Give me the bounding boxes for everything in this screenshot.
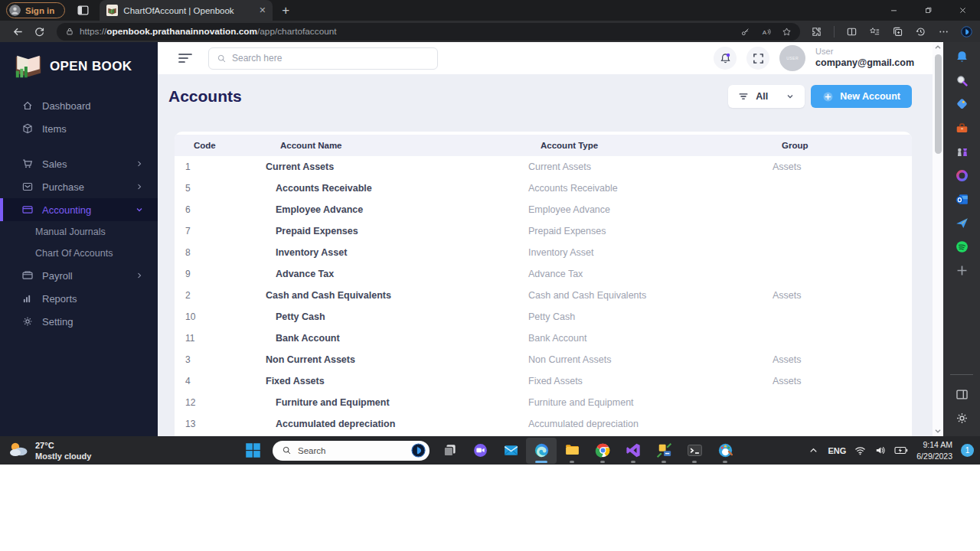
split-screen-icon[interactable] bbox=[846, 26, 858, 37]
app-logo[interactable]: OPEN BOOK bbox=[0, 42, 158, 94]
volume-icon[interactable] bbox=[874, 445, 886, 456]
scrollbar-thumb[interactable] bbox=[935, 54, 942, 154]
edge-sidebar-tag-button[interactable] bbox=[943, 93, 980, 116]
close-button[interactable] bbox=[946, 0, 980, 21]
sidebar-item-sales[interactable]: Sales bbox=[0, 152, 158, 175]
table-row[interactable]: 4Fixed AssetsFixed AssetsAssets bbox=[175, 370, 912, 392]
sidebar-item-items[interactable]: Items bbox=[0, 117, 158, 140]
tray-overflow-icon[interactable] bbox=[808, 445, 819, 456]
taskbar-search[interactable]: Search bbox=[273, 441, 430, 461]
favorite-icon[interactable] bbox=[782, 27, 792, 37]
sidebar-subitem-manual-journals[interactable]: Manual Journals bbox=[0, 221, 158, 243]
edge-sidebar bbox=[943, 42, 980, 436]
edge-sidebar-gear-gray-button[interactable] bbox=[943, 406, 980, 430]
sidebar-item-payroll[interactable]: Payroll bbox=[0, 264, 158, 287]
more-menu-icon[interactable] bbox=[938, 26, 949, 37]
taskbar-weather-widget[interactable]: 27°C Mostly cloudy bbox=[8, 440, 91, 460]
tray-time: 9:14 AM bbox=[916, 439, 952, 450]
table-row[interactable]: 1Current AssetsCurrent AssetsAssets bbox=[175, 156, 912, 178]
browser-tab[interactable]: ChartOfAccount | Openbook ✕ bbox=[100, 0, 273, 21]
favorites-icon[interactable] bbox=[869, 26, 880, 37]
table-row[interactable]: 5Accounts ReceivableAccounts Receivable bbox=[175, 178, 912, 199]
taskbar-edge-button[interactable] bbox=[526, 438, 557, 464]
table-row[interactable]: 7Prepaid ExpensesPrepaid Expenses bbox=[175, 220, 912, 242]
cell-account-name: Inventory Asset bbox=[259, 247, 523, 258]
scroll-down-icon[interactable] bbox=[933, 425, 943, 436]
weather-icon bbox=[8, 441, 29, 459]
app-search-box[interactable] bbox=[208, 47, 438, 70]
table-row[interactable]: 6Employee AdvanceEmployee Advance bbox=[175, 199, 912, 220]
filter-dropdown[interactable]: All bbox=[728, 85, 805, 108]
language-indicator[interactable]: ENG bbox=[828, 446, 846, 455]
battery-icon[interactable] bbox=[894, 445, 908, 456]
edge-sidebar-m365-button[interactable] bbox=[943, 164, 980, 187]
notification-count-badge[interactable]: 1 bbox=[961, 444, 974, 457]
sidebar-item-setting[interactable]: Setting bbox=[0, 310, 158, 333]
browser-signin-button[interactable]: Sign in bbox=[6, 2, 65, 18]
taskbar-file-explorer-button[interactable] bbox=[557, 438, 587, 464]
minimize-button[interactable] bbox=[877, 0, 911, 21]
restore-button[interactable] bbox=[911, 0, 946, 21]
sidebar-item-dashboard[interactable]: Dashboard bbox=[0, 94, 158, 117]
table-row[interactable]: 3Non Current AssetsNon Current AssetsAss… bbox=[175, 349, 912, 370]
app-sidebar: OPEN BOOK DashboardItemsSalesPurchaseAcc… bbox=[0, 42, 158, 436]
password-icon[interactable] bbox=[740, 27, 750, 37]
page-scrollbar[interactable] bbox=[933, 42, 943, 436]
edge-sidebar-spotify-button[interactable] bbox=[943, 235, 980, 259]
edge-sidebar-plane-button[interactable] bbox=[943, 211, 980, 235]
table-row[interactable]: 11Bank AccountBank Account bbox=[175, 328, 912, 349]
copilot-icon[interactable] bbox=[961, 26, 972, 37]
menu-toggle-icon[interactable] bbox=[178, 52, 193, 64]
start-button[interactable] bbox=[237, 438, 268, 464]
clock[interactable]: 9:14 AM 6/29/2023 bbox=[916, 439, 952, 461]
edge-sidebar-bell-button[interactable] bbox=[943, 45, 980, 69]
sidebar-subitem-chart-of-accounts[interactable]: Chart Of Accounts bbox=[0, 243, 158, 264]
taskbar-mail-button[interactable] bbox=[495, 438, 526, 464]
taskbar-visual-studio-button[interactable] bbox=[618, 438, 648, 464]
chat-icon bbox=[472, 442, 488, 458]
scroll-up-icon[interactable] bbox=[933, 42, 943, 53]
taskbar-chrome-button[interactable] bbox=[587, 438, 618, 464]
cell-account-name: Petty Cash bbox=[259, 311, 523, 322]
taskbar-task-view-button[interactable] bbox=[434, 438, 465, 464]
search-input[interactable] bbox=[232, 53, 430, 64]
sidebar-item-reports[interactable]: Reports bbox=[0, 287, 158, 310]
read-aloud-icon[interactable]: A bbox=[761, 27, 771, 37]
edge-sidebar-search-button[interactable] bbox=[943, 69, 980, 93]
wifi-icon[interactable] bbox=[854, 445, 866, 456]
taskbar-chat-button[interactable] bbox=[465, 438, 495, 464]
edge-sidebar-outlook-button[interactable] bbox=[943, 187, 980, 211]
table-row[interactable]: 2Cash and Cash EquivalentsCash and Cash … bbox=[175, 285, 912, 306]
extensions-icon[interactable] bbox=[811, 26, 822, 37]
workspaces-icon[interactable] bbox=[77, 4, 90, 17]
sidebar-item-purchase[interactable]: Purchase bbox=[0, 175, 158, 198]
user-avatar[interactable]: USER bbox=[779, 45, 805, 71]
edge-sidebar-plus-button[interactable] bbox=[943, 259, 980, 282]
new-account-button[interactable]: New Account bbox=[811, 85, 912, 108]
table-row[interactable]: 8Inventory AssetInventory Asset bbox=[175, 242, 912, 263]
notifications-button[interactable] bbox=[714, 47, 737, 70]
paint-icon bbox=[717, 442, 733, 458]
table-row[interactable]: 9Advance TaxAdvance Tax bbox=[175, 263, 912, 285]
edge-sidebar-panel-button[interactable] bbox=[943, 383, 980, 406]
mail-icon bbox=[503, 442, 519, 458]
new-tab-button[interactable]: + bbox=[282, 3, 289, 18]
collections-icon[interactable] bbox=[892, 26, 903, 37]
edge-sidebar-toolbox-button[interactable] bbox=[943, 116, 980, 140]
fullscreen-button[interactable] bbox=[746, 47, 769, 70]
tab-close-icon[interactable]: ✕ bbox=[259, 5, 266, 15]
taskbar-terminal-button[interactable] bbox=[679, 438, 710, 464]
back-button[interactable] bbox=[8, 22, 29, 41]
user-info[interactable]: User company@gmail.com bbox=[815, 47, 914, 69]
address-bar[interactable]: https://openbook.prathanainnovation.com/… bbox=[57, 23, 800, 41]
table-row[interactable]: 10Petty CashPetty Cash bbox=[175, 306, 912, 328]
table-row[interactable]: 12Furniture and EquipmentFurniture and E… bbox=[175, 392, 912, 413]
taskbar-paint-button[interactable] bbox=[710, 438, 740, 464]
sidebar-item-accounting[interactable]: Accounting bbox=[0, 198, 158, 221]
table-row[interactable]: 13Accumulated depreciationAccumulated de… bbox=[175, 413, 912, 435]
taskbar-dev-tools-button[interactable] bbox=[648, 438, 679, 464]
edge-sidebar-games-button[interactable] bbox=[943, 140, 980, 164]
refresh-button[interactable] bbox=[29, 22, 51, 41]
history-icon[interactable] bbox=[915, 26, 926, 37]
column-header-account-name: Account Name bbox=[259, 141, 523, 150]
